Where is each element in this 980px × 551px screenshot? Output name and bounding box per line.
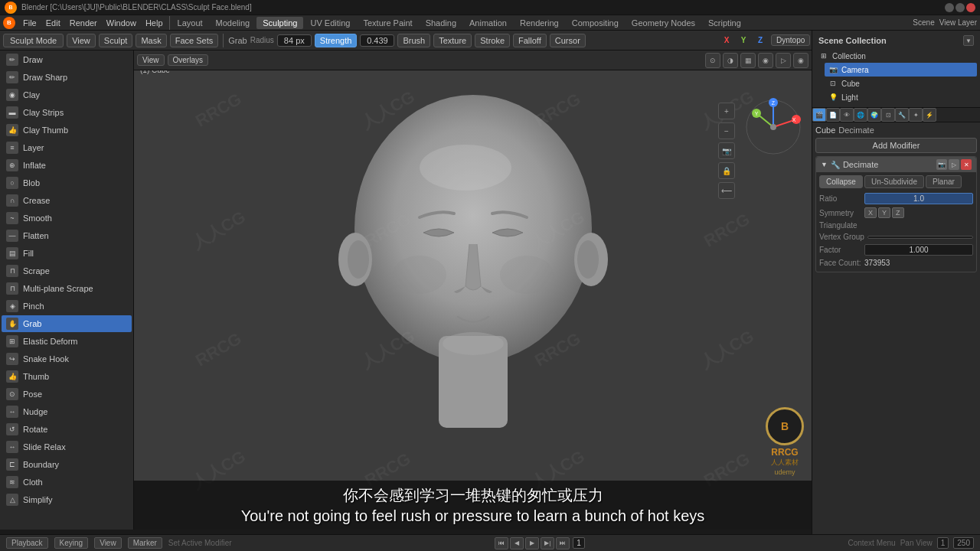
start-frame[interactable]: 1: [937, 537, 949, 549]
props-tab-scene[interactable]: 🌐: [854, 108, 867, 122]
decimate-camera-icon[interactable]: 📷: [936, 159, 947, 170]
tool-layer[interactable]: ≡ Layer: [2, 139, 132, 156]
tab-sculpting[interactable]: Sculpting: [256, 17, 303, 29]
tool-clay[interactable]: ◉ Clay: [2, 86, 132, 103]
tool-grab[interactable]: ✋ Grab: [2, 315, 132, 332]
mask-btn[interactable]: Mask: [136, 34, 166, 47]
vp-icon-3[interactable]: ▦: [740, 53, 756, 68]
props-tab-object[interactable]: ⊡: [881, 108, 895, 122]
ratio-value[interactable]: 1.0: [864, 193, 973, 204]
stroke-btn[interactable]: Stroke: [475, 34, 510, 47]
scene-item-collection[interactable]: ⊞ Collection: [815, 49, 977, 63]
tool-smooth[interactable]: ~ Smooth: [2, 210, 132, 227]
tool-flatten[interactable]: — Flatten: [2, 227, 132, 244]
sym-x-btn[interactable]: X: [864, 207, 877, 218]
tool-nudge[interactable]: ↔ Nudge: [2, 403, 132, 420]
factor-value[interactable]: 1.000: [864, 244, 973, 256]
props-tab-output[interactable]: 📄: [826, 108, 840, 122]
decimate-render-icon[interactable]: ▷: [949, 159, 959, 170]
minimize-btn[interactable]: [945, 3, 954, 12]
cursor-btn[interactable]: Cursor: [550, 34, 586, 47]
filter-icon[interactable]: ▼: [963, 35, 974, 46]
marker-btn[interactable]: Marker: [128, 537, 162, 549]
tool-multi-plane-scrape[interactable]: ⊓ Multi-plane Scrape: [2, 280, 132, 297]
tab-layout[interactable]: Layout: [172, 17, 209, 29]
tab-texture-paint[interactable]: Texture Paint: [357, 17, 418, 29]
scene-item-light[interactable]: 💡 Light: [825, 90, 977, 104]
vp-icon-1[interactable]: ⊙: [705, 53, 720, 68]
vp-icon-5[interactable]: ▷: [776, 53, 791, 68]
tool-fill[interactable]: ▤ Fill: [2, 245, 132, 262]
tool-inflate[interactable]: ⊕ Inflate: [2, 157, 132, 174]
playback-btn[interactable]: Playback: [6, 537, 48, 549]
tool-draw-sharp[interactable]: ✏ Draw Sharp: [2, 69, 132, 86]
tab-modeling[interactable]: Modeling: [210, 17, 256, 29]
add-modifier-btn[interactable]: Add Modifier: [815, 138, 977, 153]
unsubdivide-tab[interactable]: Un-Subdivide: [864, 175, 924, 188]
radius-value[interactable]: 84 px: [277, 34, 312, 47]
strength-btn[interactable]: Strength: [315, 34, 358, 47]
collapse-tab[interactable]: Collapse: [819, 175, 863, 188]
menu-file[interactable]: File: [18, 18, 41, 28]
skip-start-btn[interactable]: ⏮: [495, 537, 508, 549]
tool-clay-thumb[interactable]: 👍 Clay Thumb: [2, 122, 132, 139]
texture-btn[interactable]: Texture: [433, 34, 472, 47]
tab-geometry-nodes[interactable]: Geometry Nodes: [626, 17, 701, 29]
tool-scrape[interactable]: ⊓ Scrape: [2, 262, 132, 279]
keying-btn[interactable]: Keying: [54, 537, 89, 549]
tool-elastic-deform[interactable]: ⊞ Elastic Deform: [2, 333, 132, 350]
tool-rotate[interactable]: ↺ Rotate: [2, 421, 132, 438]
lock-view-btn[interactable]: 🔒: [718, 162, 735, 179]
nav-gizmo[interactable]: X Y Z: [743, 96, 804, 158]
face-sets-btn[interactable]: Face Sets: [170, 34, 219, 47]
close-btn[interactable]: [966, 3, 975, 12]
tab-animation[interactable]: Animation: [463, 17, 513, 29]
skip-end-btn[interactable]: ⏭: [556, 537, 570, 549]
planar-tab[interactable]: Planar: [926, 175, 962, 188]
props-tab-physics[interactable]: ⚡: [923, 108, 936, 122]
tool-boundary[interactable]: ⊏ Boundary: [2, 456, 132, 473]
tool-thumb[interactable]: 👍 Thumb: [2, 368, 132, 385]
brush-btn[interactable]: Brush: [397, 34, 430, 47]
end-frame[interactable]: 250: [953, 537, 974, 549]
tool-snake-hook[interactable]: ↪ Snake Hook: [2, 350, 132, 367]
falloff-btn[interactable]: Falloff: [513, 34, 547, 47]
y-axis[interactable]: Y: [736, 34, 751, 47]
tool-pinch[interactable]: ◈ Pinch: [2, 298, 132, 315]
tool-draw[interactable]: ✏ Draw: [2, 51, 132, 68]
sculpt-mode-btn[interactable]: Sculpt Mode: [3, 34, 64, 47]
props-tab-modifier[interactable]: 🔧: [895, 108, 909, 122]
flip-view-btn[interactable]: ⟵: [718, 182, 735, 199]
vp-icon-6[interactable]: ◉: [793, 53, 808, 68]
tab-compositing[interactable]: Compositing: [566, 17, 625, 29]
vp-icon-2[interactable]: ◑: [723, 53, 738, 68]
menu-render[interactable]: Render: [65, 18, 102, 28]
tool-blob[interactable]: ○ Blob: [2, 174, 132, 191]
scene-item-camera[interactable]: 📷 Camera: [825, 63, 977, 77]
tool-clay-strips[interactable]: ▬ Clay Strips: [2, 104, 132, 121]
z-axis[interactable]: Z: [753, 34, 768, 47]
props-tab-world[interactable]: 🌍: [867, 108, 881, 122]
vertex-group-field[interactable]: [867, 236, 973, 239]
strength-value[interactable]: 0.439: [360, 34, 394, 47]
props-tab-particles[interactable]: ✦: [909, 108, 923, 122]
vp-overlays-btn[interactable]: Overlays: [168, 54, 208, 66]
sculpt-btn[interactable]: Sculpt: [99, 34, 133, 47]
props-tab-view[interactable]: 👁: [840, 108, 854, 122]
next-frame-btn[interactable]: ▶|: [541, 537, 554, 549]
view-bottom-btn[interactable]: View: [94, 537, 122, 549]
tool-cloth[interactable]: ≋ Cloth: [2, 474, 132, 491]
scene-item-cube[interactable]: ⊡ Cube: [825, 77, 977, 90]
tool-slide-relax[interactable]: ↔ Slide Relax: [2, 439, 132, 455]
prev-frame-btn[interactable]: ◀: [510, 537, 524, 549]
camera-view-btn[interactable]: 📷: [718, 142, 735, 159]
current-frame-field[interactable]: 1: [573, 537, 585, 549]
decimate-delete-icon[interactable]: ✕: [961, 159, 972, 170]
tab-rendering[interactable]: Rendering: [514, 17, 565, 29]
dyntopo-btn[interactable]: Dyntopo: [771, 34, 810, 46]
x-axis[interactable]: X: [719, 34, 734, 47]
menu-edit[interactable]: Edit: [41, 18, 65, 28]
viewport[interactable]: View Overlays ⊙ ◑ ▦ ◉ ▷ ◉ User Perspecti…: [134, 51, 812, 530]
play-btn[interactable]: ▶: [525, 537, 539, 549]
tab-scripting[interactable]: Scripting: [702, 17, 747, 29]
